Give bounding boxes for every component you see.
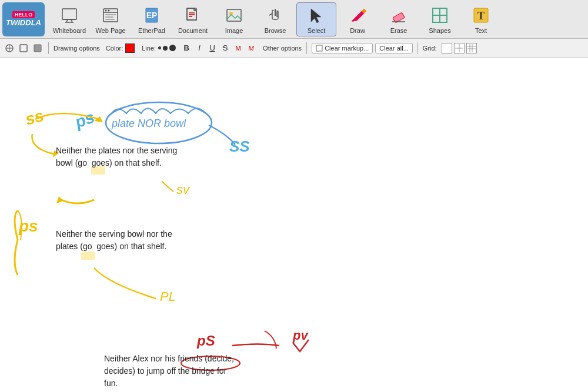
svg-rect-10 [105,16,113,18]
draw-label: Draw [350,27,365,34]
canvas-text-3: Neither Alex nor his friends (decide, de… [104,353,234,390]
shapes-label: Shapes [429,27,450,34]
bold-icon[interactable]: B [181,42,192,54]
image-tool[interactable]: Image [214,2,254,36]
color-label: Color: [106,45,123,52]
clear-markup-icon [316,45,323,52]
toolbar2-icon3[interactable] [32,42,44,54]
erase-label: Erase [390,27,407,34]
webpage-icon [100,5,121,26]
webpage-label: Web Page [95,27,125,34]
grid-label: Grid: [423,45,437,52]
strikethrough-icon[interactable]: S [219,42,231,54]
logo: HELLO TWIDDLA [2,2,45,36]
svg-rect-24 [440,8,447,15]
whiteboard-icon [59,5,80,26]
svg-text:SS: SS [229,138,250,155]
select-icon [306,5,327,26]
italic-icon[interactable]: I [193,42,205,54]
svg-text:ps: ps [72,108,97,132]
font2-icon[interactable]: M [245,42,257,54]
svg-rect-14 [187,8,196,20]
svg-text:T: T [477,10,485,22]
etherpad-tool[interactable]: EP EtherPad [132,2,172,36]
browse-icon [265,5,286,26]
font-icon[interactable]: M [232,42,244,54]
whiteboard-tool[interactable]: Whiteboard [49,2,89,36]
svg-text:PL: PL [160,289,176,304]
webpage-tool[interactable]: Web Page [91,2,131,36]
svg-text:plate NOR bowl: plate NOR bowl [111,118,186,129]
grid-small[interactable] [454,43,465,53]
svg-rect-21 [393,12,405,23]
text-icon: T [470,5,492,26]
shapes-icon [429,5,450,26]
text-label: Text [475,27,487,34]
text-tool[interactable]: T Text [461,2,501,36]
separator2 [306,42,307,54]
drawing-options-label: Drawing options [54,45,100,52]
svg-rect-32 [20,45,27,52]
whiteboard-label: Whiteboard [53,27,86,34]
document-label: Document [178,27,208,34]
line-label: Line: [142,45,156,52]
line-size-small[interactable] [158,46,161,49]
etherpad-label: EtherPad [138,27,165,34]
svg-point-7 [105,9,107,11]
svg-text:sv: sv [176,182,191,197]
separator3 [417,42,418,54]
grid-none[interactable] [442,43,452,53]
svg-marker-49 [56,196,64,203]
svg-rect-56 [81,252,95,260]
erase-tool[interactable]: Erase [379,2,419,36]
document-tool[interactable]: Document [173,2,213,36]
line-size-large[interactable] [169,45,176,51]
svg-rect-26 [440,15,447,22]
twiddla-text: TWIDDLA [6,18,41,27]
svg-marker-45 [94,116,103,122]
line-size-medium[interactable] [163,46,168,51]
document-icon [182,5,203,26]
separator1 [48,42,49,54]
color-swatch[interactable] [125,43,135,53]
hello-text: HELLO [12,11,35,18]
clear-markup-button[interactable]: Clear markup... [312,43,373,53]
svg-text:EP: EP [146,11,158,20]
draw-tool[interactable]: Draw [338,2,377,36]
svg-text:ss: ss [24,106,46,129]
toolbar2-icon1[interactable] [4,42,15,54]
svg-rect-25 [433,15,440,22]
svg-point-8 [108,9,110,11]
drawing-layer: ss ps plate NOR bowl SS sv ps PL [0,58,588,392]
svg-text:ps: ps [18,217,38,235]
line-size-options [158,45,176,51]
etherpad-icon: EP [141,5,162,26]
clear-all-button[interactable]: Clear all... [375,43,413,53]
secondary-toolbar: Drawing options Color: Line: B I U S M M… [0,39,588,58]
svg-rect-34 [316,45,322,51]
svg-rect-23 [433,8,440,15]
toolbar2-icon2[interactable] [18,42,29,54]
svg-text:pS: pS [196,333,215,349]
svg-rect-0 [62,9,76,19]
image-icon [223,5,245,26]
svg-text:pv: pv [292,328,309,343]
canvas-text-1: Neither the plates nor the serving bowl … [56,145,177,169]
image-label: Image [225,27,243,34]
shapes-tool[interactable]: Shapes [420,2,460,36]
other-options-label: Other options [263,45,302,52]
underline-icon[interactable]: U [206,42,218,54]
grid-options [442,43,477,53]
browse-tool[interactable]: Browse [255,2,295,36]
svg-rect-18 [227,9,241,21]
draw-icon [347,5,368,26]
select-tool[interactable]: Select [296,2,336,36]
grid-large[interactable] [466,43,477,53]
browse-label: Browse [265,27,286,34]
svg-rect-9 [105,14,116,15]
canvas[interactable]: ss ps plate NOR bowl SS sv ps PL [0,58,588,392]
main-toolbar: HELLO TWIDDLA Whiteboard [0,0,588,39]
svg-rect-33 [34,45,41,52]
canvas-text-2: Neither the serving bowl nor the plates … [56,228,172,253]
svg-rect-11 [105,19,115,20]
